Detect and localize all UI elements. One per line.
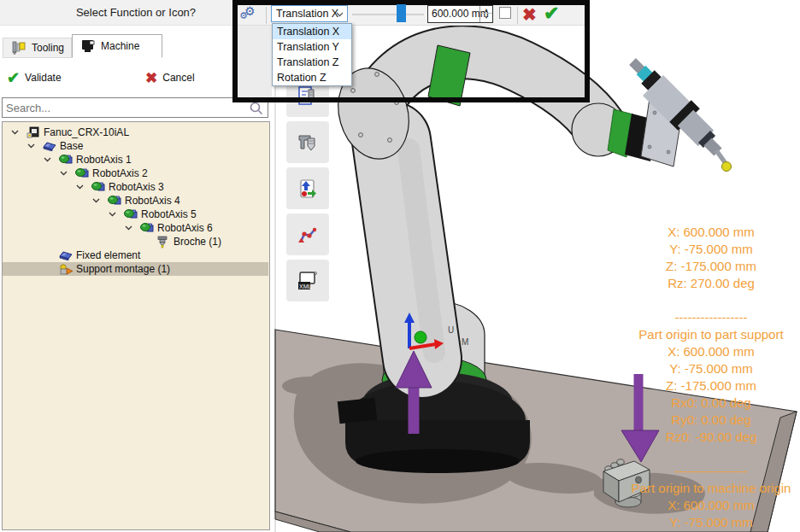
spinner-up-icon[interactable]: ▲ [480, 6, 492, 14]
readout-line: Y: -75.000 mm [591, 360, 800, 377]
dropdown-option-translation-z[interactable]: Translation Z [273, 55, 351, 70]
y-axis-marker [415, 331, 426, 343]
xml-export-icon: XML [297, 270, 319, 292]
svg-text:XML: XML [299, 283, 312, 289]
tree-row-robotaxis-2[interactable]: RobotAxis 2 [3, 167, 268, 180]
readout-line: X: 600.000 mm [591, 224, 800, 241]
tab-tooling-label: Tooling [32, 42, 64, 54]
readout-line: Rz0: -90.00 deg [591, 429, 800, 446]
readout-line: Y: -75.000 mm [591, 514, 800, 531]
readout-line: Z: -175.000 mm [591, 377, 800, 395]
tree-item-label: RobotAxis 6 [157, 221, 213, 235]
tab-tooling[interactable]: Tooling [3, 38, 72, 58]
part-export-icon [297, 178, 319, 200]
tree-row-broche[interactable]: Broche (1) [3, 235, 268, 248]
application-window: { "window": { "title": "Select Function … [0, 0, 800, 532]
machine-root-icon [26, 126, 40, 138]
robot-axis-icon [124, 208, 138, 219]
distance-value-input[interactable]: 600.000 mm ▲ ▼ [427, 5, 493, 23]
function-panel: Select Function or Icon? Tooling Machine… [0, 0, 272, 532]
tree-item-label: RobotAxis 3 [109, 180, 164, 194]
xml-export-button[interactable]: XML [286, 260, 329, 301]
transform-dropdown-list: Translation X Translation Y Translation … [272, 23, 352, 86]
tree-item-label: RobotAxis 1 [76, 153, 132, 167]
validate-button[interactable]: ✔ Validate [7, 67, 62, 89]
base-connector-box [338, 398, 377, 424]
chevron-down-icon [336, 12, 344, 17]
chevron-down-icon[interactable] [125, 225, 132, 231]
tree-row-robotaxis-4[interactable]: RobotAxis 4 [3, 194, 268, 208]
tree-item-label: Support montage (1) [76, 262, 170, 276]
tree-row-robotaxis-1[interactable]: RobotAxis 1 [3, 153, 268, 167]
cancel-transform-button[interactable]: ✖ [522, 4, 537, 25]
readout-line: Z: -175.000 mm [591, 258, 800, 275]
readout-line [591, 292, 800, 309]
robot-kinematics-button[interactable] [286, 213, 329, 255]
validate-check-icon: ✔ [7, 68, 20, 87]
machine-structure-tree: Fanuc_CRX-10iAL Base RobotAxis 1 [2, 121, 270, 530]
cancel-cross-icon: ✖ [145, 69, 157, 87]
tree-row-support-montage[interactable]: Support montage (1) [3, 262, 268, 276]
svg-text:M: M [462, 337, 468, 347]
chevron-down-icon[interactable] [44, 157, 51, 162]
value-slider-handle[interactable] [397, 4, 406, 22]
dropdown-option-translation-x[interactable]: Translation X [273, 24, 351, 39]
readout-line: Ry0: 0.00 deg [591, 412, 800, 429]
tree-item-label: Base [60, 139, 83, 153]
tab-machine[interactable]: Machine [72, 34, 162, 58]
chevron-down-icon[interactable] [92, 198, 100, 203]
tree-row-fanuc[interactable]: Fanuc_CRX-10iAL [3, 126, 268, 139]
readout-line: ----------------- [591, 309, 800, 326]
value-spinner[interactable]: ▲ ▼ [479, 6, 492, 22]
validate-label: Validate [25, 72, 61, 84]
kinematics-gears-icon: ⚙ ⚙ [239, 5, 262, 24]
chevron-down-icon[interactable] [27, 143, 35, 149]
dropdown-option-translation-y[interactable]: Translation Y [273, 39, 351, 55]
part-export-button[interactable] [286, 167, 329, 209]
robot-axis-icon [91, 181, 105, 192]
cancel-button[interactable]: ✖ Cancel [145, 67, 195, 89]
dropdown-value: Translation X [276, 8, 338, 20]
search-input[interactable] [6, 99, 245, 116]
toolbar-separator [517, 7, 518, 24]
robot-axis-icon [75, 167, 89, 178]
robot-axis-icon [108, 195, 121, 206]
tree-row-fixed-element[interactable]: Fixed element [3, 248, 268, 262]
chevron-down-icon[interactable] [11, 130, 19, 135]
dropdown-option-rotation-z[interactable]: Rotation Z [273, 70, 351, 85]
chevron-down-icon[interactable] [76, 184, 84, 190]
tab-machine-label: Machine [101, 40, 139, 52]
robot-kinematics-icon [297, 224, 319, 246]
spinner-down-icon[interactable]: ▼ [480, 14, 492, 21]
transform-toolbar-overlay: ⚙ ⚙ Translation X Translation X Translat… [232, 0, 590, 102]
support-montage-icon [59, 263, 74, 275]
search-icon[interactable] [250, 102, 263, 115]
measure-tool-button[interactable] [286, 121, 329, 163]
measure-tool-icon [297, 132, 319, 154]
tree-row-robotaxis-5[interactable]: RobotAxis 5 [3, 208, 268, 221]
chevron-down-icon[interactable] [109, 212, 116, 217]
tree-item-label: Fixed element [76, 248, 140, 262]
panel-title: Select Function or Icon? [0, 0, 272, 26]
chevron-down-icon[interactable] [60, 171, 68, 176]
transform-type-dropdown[interactable]: Translation X [271, 5, 348, 22]
robot-axis-icon [59, 154, 73, 165]
tree-row-base[interactable]: Base [3, 139, 268, 153]
spindle-icon [156, 236, 168, 248]
readout-line: X: 600.000 mm [591, 497, 800, 514]
confirm-transform-button[interactable]: ✔ [544, 3, 559, 25]
readout-line: Part origin to part support [591, 326, 800, 343]
tree-row-robotaxis-6[interactable]: RobotAxis 6 [3, 221, 268, 235]
toolbar-left-panel [238, 26, 272, 97]
cancel-label: Cancel [162, 72, 194, 84]
tree-row-robotaxis-3[interactable]: RobotAxis 3 [3, 180, 268, 194]
value-slider-track[interactable] [352, 14, 424, 15]
tree-item-label: RobotAxis 5 [141, 208, 197, 221]
tree-item-label: RobotAxis 4 [125, 194, 180, 208]
readout-line: Part origin to machine origin [591, 480, 800, 497]
readout-line: Rz: 270.00 deg [591, 275, 800, 292]
tree-item-label: Broche (1) [174, 235, 221, 248]
option-checkbox[interactable] [499, 7, 511, 19]
machine-icon [79, 38, 97, 54]
readout-line: X: 600.000 mm [591, 343, 800, 360]
